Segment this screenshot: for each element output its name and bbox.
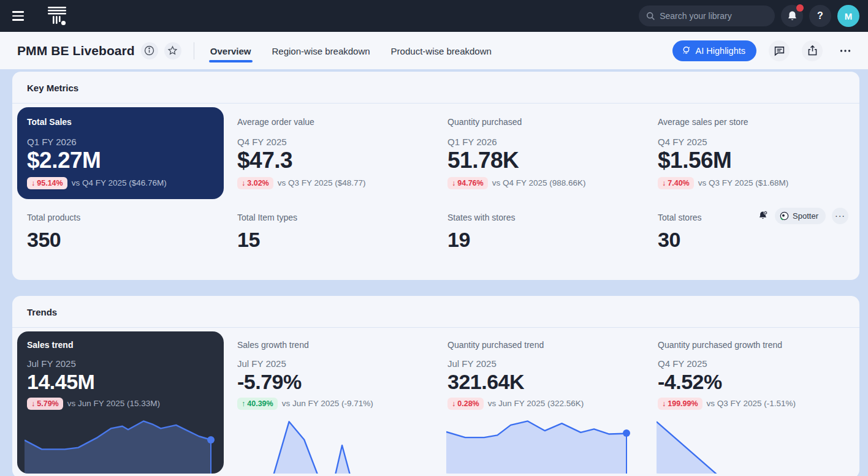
arrow-up-icon: ↑ [242,399,245,408]
kpi-total-products[interactable]: Total products 350 [17,203,224,275]
hamburger-menu-icon[interactable] [12,9,27,23]
kpi-total-sales[interactable]: Total Sales Q1 FY 2026 $2.27M ↓95.14% vs… [17,107,224,199]
help-button[interactable]: ? [809,5,831,27]
trend-value: -4.52% [658,370,845,394]
tab-overview[interactable]: Overview [209,40,253,61]
thoughtspot-logo-icon[interactable] [47,6,67,26]
search-input[interactable] [660,11,767,21]
info-button[interactable] [141,42,158,59]
trend-value: 321.64K [447,370,634,394]
key-metrics-section: Key Metrics Total Sales Q1 FY 2026 $2.27… [12,72,859,280]
kpi-total-stores[interactable]: Total stores 30 Spotter ··· [648,203,855,275]
comparison-text: vs Q4 FY 2025 (988.66K) [492,178,586,187]
kpi-value: $2.27M [27,148,214,173]
kpi-value: 15 [237,229,424,251]
chart-endpoint-dot[interactable] [623,429,630,437]
kpi-label: Total Item types [237,213,424,222]
spotter-icon [780,211,789,221]
kpi-value: 30 [658,229,845,251]
trend-label: Quantity purchased growth trend [658,340,845,350]
sales-trend-chart [25,417,216,474]
trend-sales[interactable]: Sales trend Jul FY 2025 14.45M ↓5.79% vs… [17,331,224,474]
key-metrics-title: Key Metrics [12,72,859,103]
kpi-average-order-value[interactable]: Average order value Q4 FY 2025 $47.3 ↓3.… [227,107,434,199]
kpi-value: 19 [447,229,634,251]
share-icon [807,45,818,56]
kpi-states-with-stores[interactable]: States with stores 19 [438,203,644,275]
comparison-text: vs Q3 FY 2025 ($1.68M) [698,178,789,187]
arrow-down-icon: ↓ [242,179,245,187]
sparkle-bulb-icon [681,45,691,56]
change-badge: ↓5.79% [27,398,63,410]
kpi-label: Average sales per store [658,117,845,127]
kpi-total-item-types[interactable]: Total Item types 15 [227,203,434,275]
arrow-down-icon: ↓ [662,179,666,187]
trend-label: Sales growth trend [237,340,424,350]
kpi-label: Total Sales [27,117,214,127]
ai-highlights-button[interactable]: AI Highlights [672,40,756,61]
change-badge: ↓7.40% [658,177,694,189]
trends-title: Trends [12,296,859,327]
kpi-value: $47.3 [237,148,424,173]
kpi-period: Q4 FY 2025 [658,137,845,147]
chart-endpoint-dot[interactable] [207,436,215,444]
more-options-button[interactable] [835,40,856,61]
kpi-label: Total products [27,213,214,222]
spotter-button[interactable]: Spotter [775,208,826,224]
notifications-button[interactable] [781,5,803,27]
kpi-period: Q4 FY 2025 [237,137,424,147]
trend-period: Jul FY 2025 [447,358,634,369]
chart-endpoint-line [210,440,211,474]
change-badge: ↓0.28% [447,398,484,410]
trend-value: 14.45M [27,370,214,394]
kpi-average-sales-per-store[interactable]: Average sales per store Q4 FY 2025 $1.56… [648,107,855,199]
arrow-down-icon: ↓ [31,179,35,187]
trend-label: Sales trend [27,340,214,350]
spotter-label: Spotter [793,211,818,221]
chart-endpoint-line [626,433,627,473]
liveboard-header: PMM BE Liveboard Overview Region-wise br… [0,32,868,69]
kpi-value: 51.78K [447,148,634,173]
user-avatar[interactable]: M [837,5,859,27]
question-mark-icon: ? [817,10,823,21]
bell-icon [787,10,798,21]
comments-button[interactable] [769,40,790,61]
tile-hover-toolbar: Spotter ··· [757,208,848,224]
tab-product-wise-breakdown[interactable]: Product-wise breakdown [390,40,493,61]
trend-quantity-purchased-growth[interactable]: Quantity purchased growth trend Q4 FY 20… [648,331,855,474]
quantity-purchased-growth-trend-chart [657,417,846,474]
kpi-label: Average order value [237,117,424,127]
trend-label: Quantity purchased trend [447,340,634,350]
notification-dot [796,4,804,12]
library-search[interactable] [639,6,775,26]
comparison-text: vs Jun FY 2025 (-9.71%) [282,399,373,408]
trend-quantity-purchased[interactable]: Quantity purchased trend Jul FY 2025 321… [438,331,644,474]
tab-region-wise-breakdown[interactable]: Region-wise breakdown [271,40,371,61]
comparison-text: vs Jun FY 2025 (15.33M) [67,399,160,408]
tile-more-button[interactable]: ··· [832,208,848,224]
favorite-button[interactable] [164,42,181,59]
arrow-down-icon: ↓ [452,179,455,187]
kpi-value: 350 [27,229,214,251]
kpi-value: $1.56M [658,148,845,173]
arrow-down-icon: ↓ [31,399,35,408]
kpi-quantity-purchased[interactable]: Quantity purchased Q1 FY 2026 51.78K ↓94… [438,107,644,199]
search-icon [646,11,655,21]
change-badge: ↓94.76% [447,177,488,189]
comparison-text: vs Q3 FY 2025 ($48.77) [278,178,366,187]
kpi-period: Q1 FY 2026 [27,137,214,147]
kpi-label: States with stores [447,213,634,222]
share-button[interactable] [802,40,823,61]
kpi-grid: Total Sales Q1 FY 2026 $2.27M ↓95.14% vs… [12,104,859,280]
change-badge: ↓3.02% [237,177,273,189]
trends-section: Trends Sales trend Jul FY 2025 14.45M ↓5… [12,296,859,476]
divider [194,42,194,59]
change-badge: ↓199.99% [658,398,702,410]
info-icon [144,45,154,56]
trend-sales-growth[interactable]: Sales growth trend Jul FY 2025 -5.79% ↑4… [227,331,434,474]
sales-growth-trend-chart [236,417,425,474]
tab-bar: Overview Region-wise breakdown Product-w… [209,32,493,69]
arrow-down-icon: ↓ [452,399,455,408]
create-alert-icon[interactable] [757,210,769,222]
trends-grid: Sales trend Jul FY 2025 14.45M ↓5.79% vs… [12,328,859,476]
